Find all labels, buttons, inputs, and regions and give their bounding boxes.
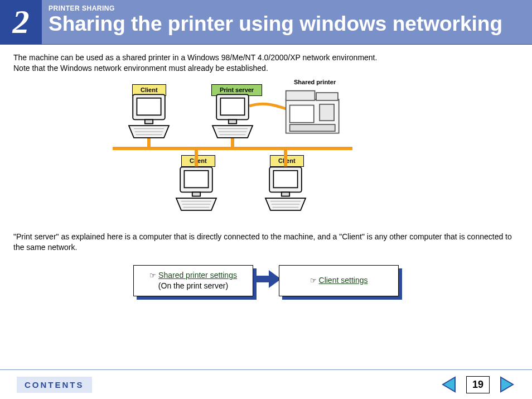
section-label: PRINTER SHARING: [49, 4, 525, 12]
svg-marker-38: [501, 377, 513, 392]
svg-rect-31: [282, 192, 289, 196]
client-computer-icon: [124, 92, 174, 145]
page-number: 19: [466, 376, 490, 393]
page-body: The machine can be used as a shared prin…: [0, 45, 532, 296]
svg-rect-20: [290, 105, 314, 122]
flow-arrow-icon: [253, 268, 279, 293]
explanation-paragraph: "Print server" as explained here is a co…: [13, 232, 519, 253]
svg-rect-12: [220, 98, 244, 115]
chapter-number: 2: [13, 3, 30, 41]
svg-rect-30: [273, 170, 297, 188]
pointer-icon: ☞: [149, 271, 156, 280]
intro-line-1: The machine can be used as a shared prin…: [13, 52, 519, 63]
svg-rect-7: [145, 119, 153, 123]
svg-rect-18: [286, 90, 315, 100]
next-page-button[interactable]: [497, 375, 516, 394]
shared-printer-settings-subtext: (On the print server): [158, 281, 228, 291]
intro-paragraph: The machine can be used as a shared prin…: [13, 52, 519, 74]
settings-flow: ☞Shared printer settings (On the print s…: [13, 265, 519, 296]
shared-printer-settings-link[interactable]: Shared printer settings: [158, 271, 237, 280]
svg-rect-24: [184, 170, 208, 188]
title-block: PRINTER SHARING Sharing the printer usin…: [42, 0, 532, 44]
intro-line-2: Note that the Windows network environmen…: [13, 63, 519, 74]
client-computer-icon: [260, 164, 311, 217]
pointer-icon: ☞: [310, 276, 317, 285]
shared-printer-icon: [280, 86, 350, 142]
page-footer: CONTENTS 19: [0, 369, 532, 399]
contents-button[interactable]: CONTENTS: [17, 377, 92, 393]
svg-rect-6: [137, 98, 161, 115]
prev-page-button[interactable]: [439, 375, 458, 394]
svg-rect-21: [290, 124, 335, 131]
client-computer-icon: [171, 164, 221, 217]
network-diagram: Client Print server Shared printer Clien…: [90, 81, 442, 224]
chapter-number-box: 2: [0, 0, 42, 44]
svg-rect-22: [320, 104, 334, 121]
print-server-computer-icon: [207, 92, 258, 145]
page-header: 2 PRINTER SHARING Sharing the printer us…: [0, 0, 532, 45]
svg-marker-37: [443, 377, 455, 392]
page-title: Sharing the printer using windows networ…: [49, 13, 525, 35]
svg-rect-19: [316, 93, 338, 100]
svg-rect-13: [229, 119, 236, 123]
svg-rect-25: [192, 192, 200, 196]
client-settings-link-box[interactable]: ☞Client settings: [279, 265, 399, 296]
client-settings-link[interactable]: Client settings: [319, 276, 368, 285]
shared-printer-settings-link-box[interactable]: ☞Shared printer settings (On the print s…: [133, 265, 253, 296]
